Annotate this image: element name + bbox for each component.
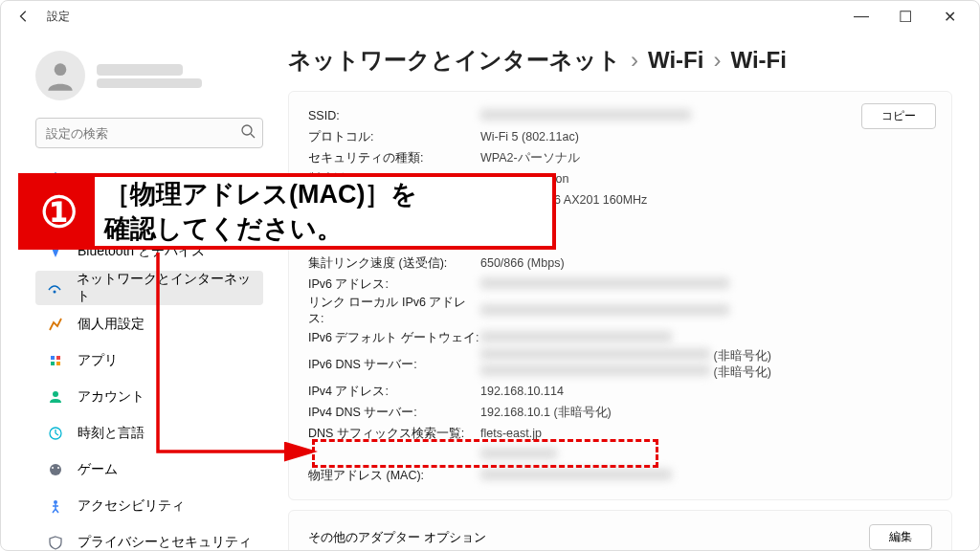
other-adapter-panel: その他のアダプター オプション 編集 [288,510,952,550]
apps-icon [47,352,64,369]
gaming-icon [47,461,64,478]
svg-point-15 [54,500,57,504]
detail-row: セキュリティの種類:WPA2-パーソナル [308,147,932,168]
detail-value [480,109,691,123]
detail-label: 集計リンク速度 (送受信): [308,255,480,272]
sidebar-item-label: アカウント [78,388,145,406]
detail-label: リンク ローカル IPv6 アドレス: [308,295,480,327]
accounts-icon [47,388,64,406]
detail-label: IPv4 アドレス: [308,384,480,400]
search-box[interactable] [35,118,263,148]
close-button[interactable]: ✕ [927,1,971,32]
minimize-button[interactable]: ― [839,1,883,32]
maximize-button[interactable]: ☐ [883,1,927,32]
detail-row: IPv6 DNS サーバー: (非暗号化) (非暗号化) [308,348,932,381]
window-title: 設定 [47,9,70,25]
detail-label: SSID: [308,109,480,122]
svg-point-10 [53,391,58,397]
detail-row: SSID: [308,105,932,126]
sidebar-item-label: アプリ [78,352,118,369]
detail-value: WPA2-パーソナル [480,150,580,166]
chevron-right-icon: › [631,47,638,74]
time-language-icon [47,425,64,442]
network-icon [47,279,63,297]
copy-button[interactable]: コピー [861,103,936,129]
sidebar-item-label: 個人用設定 [78,316,145,333]
detail-value [480,277,729,292]
svg-point-1 [242,125,252,135]
sidebar-item-label: アクセシビリティ [78,497,185,515]
sidebar-item-accessibility[interactable]: アクセシビリティ [35,489,263,523]
sidebar-item-time-language[interactable]: 時刻と言語 [35,416,263,451]
search-input[interactable] [35,118,263,148]
edit-button[interactable]: 編集 [869,524,932,550]
detail-label: IPv6 DNS サーバー: [308,357,480,373]
breadcrumb-mid[interactable]: Wi-Fi [648,47,703,74]
svg-point-12 [50,464,61,475]
breadcrumb: ネットワークとインターネット › Wi-Fi › Wi-Fi [288,45,952,76]
accessibility-icon [47,497,64,515]
svg-rect-8 [51,362,55,365]
annotation-callout: ① ［物理アドレス(MAC)］を 確認してください。 [18,173,556,250]
svg-rect-6 [51,356,55,360]
breadcrumb-root[interactable]: ネットワークとインターネット [288,45,621,76]
detail-row [308,444,932,465]
detail-value: Wi-Fi 5 (802.11ac) [480,130,579,143]
detail-row: IPv6 アドレス: [308,274,932,295]
svg-rect-9 [56,362,60,365]
detail-value [480,448,557,462]
sidebar-item-accounts[interactable]: アカウント [35,380,263,414]
svg-point-5 [54,291,56,294]
sidebar-item-personalization[interactable]: 個人用設定 [35,307,263,342]
detail-value: flets-east.jp [480,427,542,440]
detail-value: (非暗号化) (非暗号化) [480,348,771,381]
annotation-line2: 確認してください。 [104,211,417,246]
user-profile[interactable] [35,51,263,100]
svg-line-2 [251,134,255,138]
chevron-right-icon: › [713,47,721,74]
detail-value: 650/866 (Mbps) [480,256,565,270]
detail-label: セキュリティの種類: [308,150,480,166]
sidebar-item-label: ネットワークとインターネット [77,271,252,305]
svg-point-0 [55,63,67,76]
back-button[interactable] [9,1,39,32]
detail-value [480,304,729,319]
wifi-details-panel: コピー SSID:プロトコル:Wi-Fi 5 (802.11ac)セキュリティの… [288,91,952,500]
annotation-number: ① [22,177,95,246]
privacy-icon [47,534,64,551]
detail-row: 集計リンク速度 (送受信):650/866 (Mbps) [308,253,932,274]
sidebar-item-label: プライバシーとセキュリティ [78,534,252,551]
sidebar-item-label: ゲーム [78,461,118,478]
svg-rect-7 [56,356,60,360]
breadcrumb-leaf: Wi-Fi [730,47,786,74]
svg-point-13 [52,467,54,469]
sidebar-item-privacy[interactable]: プライバシーとセキュリティ [35,525,263,551]
detail-value [480,331,672,345]
detail-label: IPv6 アドレス: [308,276,480,293]
detail-label: 物理アドレス (MAC): [308,468,480,484]
sidebar-item-network[interactable]: ネットワークとインターネット [35,271,263,305]
detail-value: 192.168.10.1 (非暗号化) [480,405,612,421]
detail-value: 192.168.10.114 [480,385,564,398]
detail-label: DNS サフィックス検索一覧: [308,426,480,442]
detail-row: IPv4 DNS サーバー:192.168.10.1 (非暗号化) [308,402,932,423]
user-email [97,78,202,88]
user-name [97,64,183,76]
annotation-line1: ［物理アドレス(MAC)］を [104,177,417,211]
detail-row: IPv4 アドレス:192.168.10.114 [308,381,932,402]
personalization-icon [47,316,64,333]
sidebar-item-gaming[interactable]: ゲーム [35,452,263,487]
detail-label: IPv4 DNS サーバー: [308,405,480,421]
sidebar-item-label: 時刻と言語 [78,425,145,442]
detail-row: IPv6 デフォルト ゲートウェイ: [308,327,932,348]
detail-row: プロトコル:Wi-Fi 5 (802.11ac) [308,126,932,147]
detail-value [480,469,672,483]
sidebar-item-apps[interactable]: アプリ [35,343,263,378]
detail-label: IPv6 デフォルト ゲートウェイ: [308,330,480,346]
svg-point-14 [57,467,59,469]
detail-row: リンク ローカル IPv6 アドレス: [308,295,932,327]
other-adapter-label: その他のアダプター オプション [308,529,486,546]
detail-label: プロトコル: [308,129,480,145]
detail-row: DNS サフィックス検索一覧:flets-east.jp [308,423,932,444]
detail-row: 物理アドレス (MAC): [308,465,932,486]
